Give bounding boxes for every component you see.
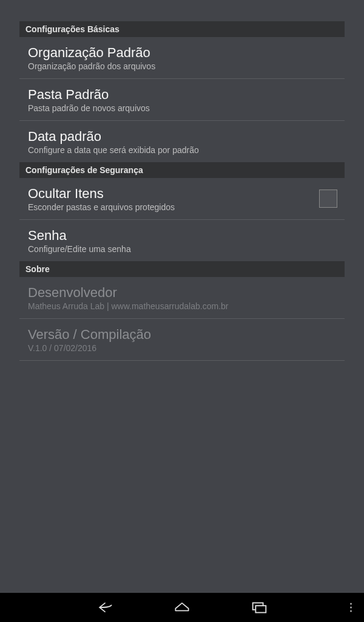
checkbox-hide-items[interactable]: [319, 190, 337, 208]
setting-hide-items[interactable]: Ocultar Itens Esconder pastas e arquivos…: [19, 178, 345, 220]
setting-default-folder[interactable]: Pasta Padrão Pasta padrão de novos arqui…: [19, 79, 345, 121]
setting-subtitle: Configure/Edite uma senha: [28, 244, 336, 254]
section-header-about: Sobre: [19, 261, 345, 277]
setting-subtitle: Esconder pastas e arquivos protegidos: [28, 202, 336, 212]
setting-title: Pasta Padrão: [28, 87, 336, 103]
dot-icon: [350, 607, 352, 609]
setting-organization[interactable]: Organização Padrão Organização padrão do…: [19, 37, 345, 79]
setting-title: Ocultar Itens: [28, 186, 336, 202]
setting-subtitle: Configure a data que será exibida por pa…: [28, 145, 336, 155]
setting-password[interactable]: Senha Configure/Edite uma senha: [19, 220, 345, 261]
setting-title: Data padrão: [28, 129, 336, 145]
setting-subtitle: V.1.0 / 07/02/2016: [28, 343, 336, 353]
section-header-basic: Configurações Básicas: [19, 21, 345, 37]
menu-button[interactable]: [350, 603, 352, 612]
recent-apps-button[interactable]: [249, 598, 269, 617]
setting-developer: Desenvolvedor Matheus Arruda Lab | www.m…: [19, 277, 345, 319]
svg-rect-1: [255, 606, 266, 612]
navigation-bar: [0, 593, 364, 622]
setting-default-date[interactable]: Data padrão Configure a data que será ex…: [19, 121, 345, 162]
setting-subtitle: Pasta padrão de novos arquivos: [28, 103, 336, 113]
setting-title: Organização Padrão: [28, 45, 336, 61]
back-button[interactable]: [95, 598, 115, 617]
section-header-security: Configurações de Segurança: [19, 162, 345, 178]
setting-title: Versão / Compilação: [28, 327, 336, 343]
home-button[interactable]: [172, 598, 192, 617]
dot-icon: [350, 610, 352, 612]
setting-title: Desenvolvedor: [28, 285, 336, 301]
setting-version: Versão / Compilação V.1.0 / 07/02/2016: [19, 319, 345, 361]
dot-icon: [350, 603, 352, 605]
settings-content: Configurações Básicas Organização Padrão…: [0, 0, 364, 361]
setting-subtitle: Organização padrão dos arquivos: [28, 61, 336, 71]
setting-title: Senha: [28, 228, 336, 244]
setting-subtitle: Matheus Arruda Lab | www.matheusarrudala…: [28, 301, 336, 311]
